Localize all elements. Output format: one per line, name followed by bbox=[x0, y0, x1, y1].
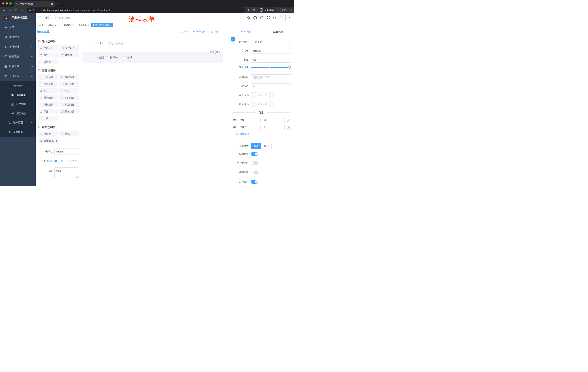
tab-component-props[interactable]: 组件属性 bbox=[230, 28, 262, 36]
gender-option-1[interactable]: 选项一 bbox=[106, 56, 118, 59]
font-size-icon[interactable]: TT bbox=[273, 16, 276, 19]
url-field[interactable]: 不安全 dashboard.yudao.iocoder.cn/bpm/manag… bbox=[27, 8, 245, 12]
sidebar-item-process-management[interactable]: 流程管理 bbox=[0, 81, 36, 91]
sidebar-item-user-group[interactable]: 用户分组 bbox=[0, 100, 36, 109]
palette-item-editor[interactable]: 编辑器 bbox=[38, 59, 58, 64]
minimize-window-button[interactable] bbox=[6, 2, 8, 5]
tag-process-form[interactable]: 流程表单× bbox=[76, 23, 90, 27]
close-window-button[interactable] bbox=[2, 2, 4, 5]
data-binding-link-button[interactable] bbox=[231, 37, 235, 42]
tab-close-icon[interactable]: ✕ bbox=[51, 2, 53, 5]
palette-item-select[interactable]: 下拉选择 bbox=[38, 74, 58, 80]
browser-tab[interactable]: 芋道管理系统 ✕ bbox=[14, 1, 55, 7]
palette-item-row-container[interactable]: 行容器 bbox=[38, 131, 58, 137]
disabled-toggle[interactable] bbox=[251, 171, 258, 174]
option-label-input[interactable] bbox=[238, 117, 261, 123]
palette-item-multi-line-text[interactable]: 多行文本 bbox=[59, 45, 79, 51]
sidebar-item-system[interactable]: ⚙ 系统管理 bbox=[0, 32, 36, 42]
label-width-input[interactable] bbox=[251, 74, 291, 80]
sidebar-item-task-management[interactable]: 任务管理 bbox=[0, 118, 36, 128]
palette-item-radio-group[interactable]: 单选框组 bbox=[38, 81, 58, 87]
palette-item-time-picker[interactable]: 时间选择 bbox=[38, 95, 58, 100]
title-input[interactable] bbox=[251, 57, 291, 63]
palette-item-upload[interactable]: 上传 bbox=[38, 116, 58, 121]
form-name-input[interactable] bbox=[54, 149, 79, 155]
delete-component-button[interactable] bbox=[215, 50, 220, 54]
close-icon[interactable]: × bbox=[57, 24, 59, 26]
drag-handle-icon[interactable] bbox=[233, 126, 236, 129]
required-toggle[interactable] bbox=[251, 180, 258, 184]
github-icon[interactable] bbox=[253, 16, 257, 20]
sidebar-item-devtools[interactable]: 研发工具 bbox=[0, 62, 36, 71]
palette-item-color-picker[interactable]: 颜色选择 bbox=[59, 109, 79, 114]
palette-item-table[interactable]: 表格[开发中] bbox=[38, 138, 58, 143]
palette-item-date-picker[interactable]: 日期选择 bbox=[38, 102, 58, 107]
palette-item-date-range[interactable]: 日期范围 bbox=[59, 102, 79, 107]
tag-process-model[interactable]: 流程模型× bbox=[61, 23, 75, 27]
palette-item-rate[interactable]: 评分 bbox=[38, 109, 58, 114]
phone-field[interactable]: *手机号 bbox=[83, 40, 219, 47]
close-icon[interactable]: × bbox=[87, 24, 89, 26]
tab-form-props[interactable]: 表单属性 bbox=[262, 28, 294, 36]
view-json-button[interactable]: 查看json bbox=[192, 30, 206, 33]
palette-item-counter[interactable]: 123 计数器 bbox=[59, 52, 79, 57]
style-default-button[interactable]: 默认 bbox=[251, 143, 261, 149]
min-select-stepper[interactable]: − 至少应选 + bbox=[251, 92, 274, 98]
tag-home[interactable]: 首页 bbox=[37, 23, 45, 27]
forward-icon[interactable]: → bbox=[8, 8, 12, 12]
sidebar-item-payment[interactable]: ¥ 支付管理 bbox=[0, 42, 36, 52]
palette-item-password[interactable]: 密码 bbox=[38, 52, 58, 57]
max-select-stepper[interactable]: − 最多可选 + bbox=[251, 101, 274, 107]
minus-button[interactable]: − bbox=[251, 101, 256, 107]
option-label-input[interactable] bbox=[238, 125, 261, 130]
breadcrumb-home[interactable]: 首页 bbox=[45, 16, 50, 20]
option-value-input[interactable] bbox=[262, 125, 284, 130]
minus-button[interactable]: − bbox=[251, 93, 256, 98]
copy-component-button[interactable] bbox=[209, 50, 214, 54]
form-grid-slider[interactable] bbox=[251, 66, 290, 69]
border-toggle[interactable] bbox=[251, 161, 258, 165]
collapse-sidebar-icon[interactable] bbox=[38, 16, 42, 19]
close-icon[interactable]: × bbox=[73, 24, 74, 26]
clear-button[interactable]: 清空 bbox=[211, 30, 220, 33]
save-button[interactable]: 保存 bbox=[179, 30, 188, 33]
form-remark-textarea[interactable]: 嘿嘿 bbox=[54, 167, 79, 178]
bookmark-star-icon[interactable] bbox=[252, 8, 256, 12]
security-label[interactable]: 不安全 bbox=[32, 8, 40, 12]
browser-menu-icon[interactable]: ⋮ bbox=[288, 9, 290, 11]
palette-item-checkbox-group[interactable]: 多选框组 bbox=[59, 81, 79, 87]
sidebar-item-process-model[interactable]: 流程模型 bbox=[0, 109, 36, 118]
palette-item-button[interactable]: ☝ 按钮 bbox=[59, 131, 79, 137]
plus-button[interactable]: + bbox=[269, 93, 274, 98]
sidebar-item-infrastructure[interactable]: 基础设施 bbox=[0, 52, 36, 62]
show-label-toggle[interactable] bbox=[251, 152, 258, 156]
help-icon[interactable]: ? bbox=[260, 16, 264, 20]
palette-item-single-line-text[interactable]: 单行文本 bbox=[38, 45, 58, 51]
window-controls[interactable] bbox=[0, 0, 14, 7]
status-radio-off[interactable]: 关闭 bbox=[68, 159, 77, 163]
remove-option-button[interactable]: − bbox=[287, 126, 290, 129]
palette-item-switch[interactable]: 开关 bbox=[38, 88, 58, 94]
field-name-input[interactable] bbox=[251, 48, 291, 54]
add-option-button[interactable]: ⊕ 添加选项 bbox=[236, 132, 291, 136]
key-icon[interactable] bbox=[248, 8, 251, 12]
component-type-select[interactable] bbox=[251, 39, 291, 45]
avatar[interactable] bbox=[279, 15, 286, 21]
search-icon[interactable] bbox=[247, 16, 250, 20]
slider-handle[interactable] bbox=[288, 66, 291, 69]
reload-icon[interactable]: ⟳ bbox=[14, 8, 18, 12]
update-button[interactable]: 更新 ⋮ bbox=[280, 8, 292, 12]
gender-option-2[interactable]: 选项二 bbox=[123, 56, 135, 59]
fullscreen-icon[interactable] bbox=[267, 16, 270, 20]
phone-input[interactable] bbox=[106, 40, 219, 47]
tag-process-form-edit[interactable]: 流程表单-编辑× bbox=[91, 23, 113, 27]
back-icon[interactable]: ← bbox=[2, 8, 7, 12]
new-tab-button[interactable]: + bbox=[57, 2, 59, 6]
remove-option-button[interactable]: − bbox=[287, 119, 290, 122]
sidebar-item-leave-query[interactable]: 请假查询 bbox=[0, 128, 36, 137]
sidebar-item-home[interactable]: 首页 bbox=[0, 22, 36, 32]
plus-button[interactable]: + bbox=[269, 101, 274, 107]
option-value-input[interactable] bbox=[262, 117, 284, 123]
home-icon[interactable]: ⌂ bbox=[20, 8, 24, 12]
gender-field-selected[interactable]: *性别 选项一 选项二 bbox=[83, 53, 223, 63]
